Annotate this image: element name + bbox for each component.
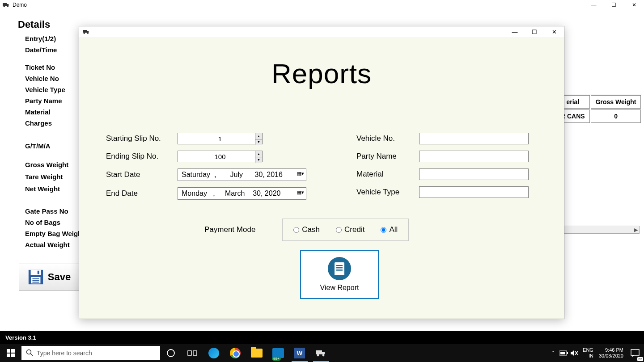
main-maximize-button[interactable]: ☐ <box>604 0 624 10</box>
table-header: Gross Weight <box>591 95 641 109</box>
svg-rect-15 <box>7 349 10 353</box>
vehicle-no-input[interactable] <box>419 133 529 144</box>
svg-rect-1 <box>7 4 8 6</box>
battery-icon[interactable] <box>559 344 569 362</box>
detail-item: Vehicle No <box>25 75 65 82</box>
end-date-label: End Date <box>106 189 178 198</box>
svg-rect-18 <box>11 354 15 357</box>
windows-icon <box>7 349 15 357</box>
dialog-maximize-button[interactable]: ☐ <box>525 26 544 37</box>
svg-line-20 <box>31 354 33 356</box>
starting-slip-input[interactable]: 1 ▲▼ <box>178 133 263 144</box>
svg-rect-10 <box>32 282 39 282</box>
main-minimize-button[interactable]: — <box>584 0 604 10</box>
spin-up-icon[interactable]: ▲ <box>255 151 262 157</box>
spinner[interactable]: ▲▼ <box>255 151 262 163</box>
detail-item: Charges <box>25 119 65 127</box>
taskbar-tray: ˄ ENG IN 9:46 PM 30/03/2020 22 <box>548 344 644 362</box>
end-date-input[interactable]: Monday , March 30, 2020 ▦▾ <box>178 187 306 200</box>
svg-point-13 <box>84 33 85 34</box>
details-list: Entry(1/2) Date/Time Ticket No Vehicle N… <box>25 35 65 153</box>
details-heading: Details <box>18 19 50 30</box>
starting-slip-label: Starting Slip No. <box>106 134 178 143</box>
radio-all[interactable]: All <box>381 225 398 234</box>
detail-item: Gross Weight <box>25 161 68 168</box>
payment-mode-group: Cash Credit All <box>282 219 409 241</box>
radio-cash[interactable]: Cash <box>293 225 320 234</box>
detail-item: Gate Pass No <box>25 207 82 215</box>
svg-rect-30 <box>560 352 565 354</box>
search-icon <box>26 349 33 358</box>
detail-item: No of Bags <box>25 219 82 226</box>
spin-down-icon[interactable]: ▼ <box>255 157 262 163</box>
detail-item: Date/Time <box>25 46 65 54</box>
spin-up-icon[interactable]: ▲ <box>255 133 262 139</box>
svg-rect-22 <box>188 351 191 355</box>
vehicle-type-input[interactable] <box>419 186 529 198</box>
svg-point-26 <box>317 354 319 357</box>
svg-point-19 <box>27 349 31 354</box>
task-view-icon[interactable] <box>182 344 203 362</box>
main-close-button[interactable]: ✕ <box>624 0 644 10</box>
svg-rect-34 <box>631 349 639 355</box>
svg-point-27 <box>322 354 325 357</box>
vehicle-no-label: Vehicle No. <box>356 134 419 143</box>
horizontal-scrollbar[interactable]: ▶ <box>555 226 640 234</box>
app-truck-icon[interactable] <box>310 344 332 362</box>
svg-rect-29 <box>567 352 568 354</box>
floppy-icon <box>27 269 44 286</box>
svg-rect-11 <box>83 30 87 33</box>
details-weights: Gross Weight Tare Weight Net Weight <box>25 161 68 197</box>
table-row[interactable]: R CANS 0 <box>556 109 641 123</box>
volume-muted-icon[interactable] <box>569 344 580 362</box>
svg-rect-12 <box>87 31 89 33</box>
radio-credit[interactable]: Credit <box>336 225 364 234</box>
store-icon[interactable]: 99+ <box>267 344 289 362</box>
detail-item: Actual Weight <box>25 241 82 248</box>
svg-rect-16 <box>11 349 15 353</box>
svg-rect-5 <box>30 270 41 275</box>
payment-mode-area: Payment Mode Cash Credit All <box>204 219 409 241</box>
dialog-minimize-button[interactable]: — <box>505 26 525 37</box>
table-cell: 0 <box>591 109 641 123</box>
svg-marker-31 <box>571 350 574 356</box>
material-input[interactable] <box>419 168 529 180</box>
tray-clock[interactable]: 9:46 PM 30/03/2020 <box>596 347 626 359</box>
cortana-icon[interactable] <box>160 344 182 362</box>
word-icon[interactable]: W <box>289 344 310 362</box>
payment-mode-label: Payment Mode <box>204 225 255 234</box>
dialog-close-button[interactable]: ✕ <box>544 26 564 37</box>
start-date-label: Start Date <box>106 170 178 179</box>
spin-down-icon[interactable]: ▼ <box>255 139 262 145</box>
chrome-icon[interactable] <box>225 344 246 362</box>
reports-dialog: — ☐ ✕ Reports Starting Slip No. 1 ▲▼ End… <box>79 26 564 319</box>
calendar-dropdown-icon[interactable]: ▦▾ <box>297 171 304 177</box>
view-report-button[interactable]: View Report <box>300 250 379 299</box>
svg-rect-8 <box>32 278 39 279</box>
main-window-titlebar: Demo — ☐ ✕ <box>0 0 644 10</box>
start-date-input[interactable]: Saturday , July 30, 2016 ▦▾ <box>178 168 306 181</box>
taskbar-search[interactable]: Type here to search <box>21 346 160 360</box>
party-name-input[interactable] <box>419 151 529 162</box>
vehicle-type-label: Vehicle Type <box>356 188 419 197</box>
party-name-label: Party Name <box>356 152 419 161</box>
spinner[interactable]: ▲▼ <box>255 133 262 145</box>
ending-slip-label: Ending Slip No. <box>106 152 178 161</box>
svg-point-3 <box>7 6 8 7</box>
save-button[interactable]: Save <box>19 264 79 290</box>
start-button[interactable] <box>0 344 21 362</box>
calendar-dropdown-icon[interactable]: ▦▾ <box>297 189 304 195</box>
save-label: Save <box>48 271 71 283</box>
notifications-icon[interactable]: 22 <box>626 344 644 362</box>
file-explorer-icon[interactable] <box>246 344 267 362</box>
detail-item: Tare Weight <box>25 173 68 181</box>
edge-icon[interactable] <box>203 344 225 362</box>
ending-slip-input[interactable]: 100 ▲▼ <box>178 151 263 162</box>
main-window-title: Demo <box>13 2 27 8</box>
tray-chevron-up-icon[interactable]: ˄ <box>548 344 559 362</box>
form-right: Vehicle No. Party Name Material Vehicle … <box>356 133 529 204</box>
tray-language[interactable]: ENG IN <box>580 347 596 359</box>
detail-item: Net Weight <box>25 185 68 193</box>
material-label: Material <box>356 170 419 179</box>
detail-item: Ticket No <box>25 63 65 71</box>
